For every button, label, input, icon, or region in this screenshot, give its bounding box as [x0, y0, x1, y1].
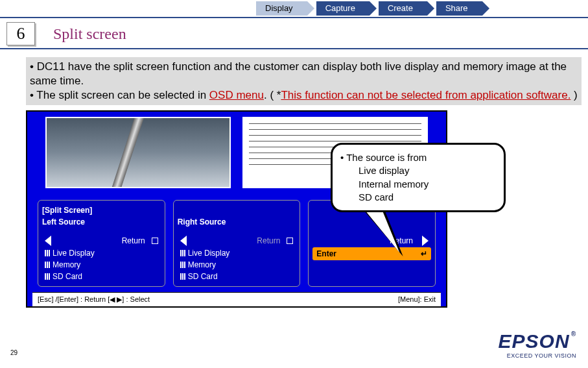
- opt-sd: SD Card: [53, 272, 82, 281]
- callout-source-3: SD card: [359, 191, 496, 204]
- opt-live: Live Display: [188, 249, 230, 258]
- photo-left: [45, 117, 231, 188]
- arrow-left-icon: [45, 236, 51, 246]
- opt-return: Return: [56, 236, 149, 245]
- opt-memory: Memory: [188, 260, 216, 269]
- opt-sd: SD Card: [188, 272, 218, 281]
- callout-lead: • The source is from: [340, 151, 496, 164]
- nav-create: Create: [379, 1, 427, 16]
- opt-memory: Memory: [53, 260, 80, 269]
- section-title: Split screen: [53, 25, 126, 43]
- nav-capture: Capture: [316, 1, 370, 16]
- opt-live: Live Display: [53, 249, 95, 258]
- footer-left-hint: [Esc] /[Enter] : Return [◀ ▶] : Select: [38, 295, 150, 304]
- callout-source-2: Internal memory: [359, 178, 496, 191]
- osd-footer: [Esc] /[Enter] : Return [◀ ▶] : Select […: [32, 292, 441, 306]
- brand-logo: EPSON® EXCEED YOUR VISION: [499, 330, 576, 359]
- body-line1: • DC11 have the split screen function an…: [30, 60, 578, 88]
- footer-right-hint: [Menu]: Exit: [398, 295, 436, 304]
- arrow-right-icon: [422, 236, 429, 246]
- callout-source-1: Live display: [359, 164, 496, 177]
- callout-box: • The source is from Live display Intern…: [331, 143, 506, 212]
- top-nav: Display Capture Create Share: [0, 0, 588, 18]
- panel-title: [Split Screen]: [42, 206, 161, 215]
- body-line2: • The split screen can be selected in OS…: [30, 88, 578, 103]
- panel-sub-right: Right Source: [178, 217, 296, 227]
- opt-enter-highlight: Enter↵: [312, 247, 431, 260]
- body-text: • DC11 have the split screen function an…: [26, 57, 582, 105]
- brand-tagline: EXCEED YOUR VISION: [499, 352, 576, 359]
- arrow-left-icon: [180, 236, 187, 246]
- osd-panel-left: [Split Screen] Left Source Return Live D…: [38, 200, 165, 287]
- nav-share: Share: [436, 1, 482, 16]
- opt-return: Return: [192, 236, 285, 245]
- section-number: 6: [6, 22, 35, 45]
- nav-display: Display: [256, 1, 307, 16]
- osd-panel-middle: Right Source Return Live Display Memory …: [173, 200, 301, 287]
- panel-sub-left: Left Source: [42, 217, 161, 227]
- page-number: 29: [10, 349, 18, 356]
